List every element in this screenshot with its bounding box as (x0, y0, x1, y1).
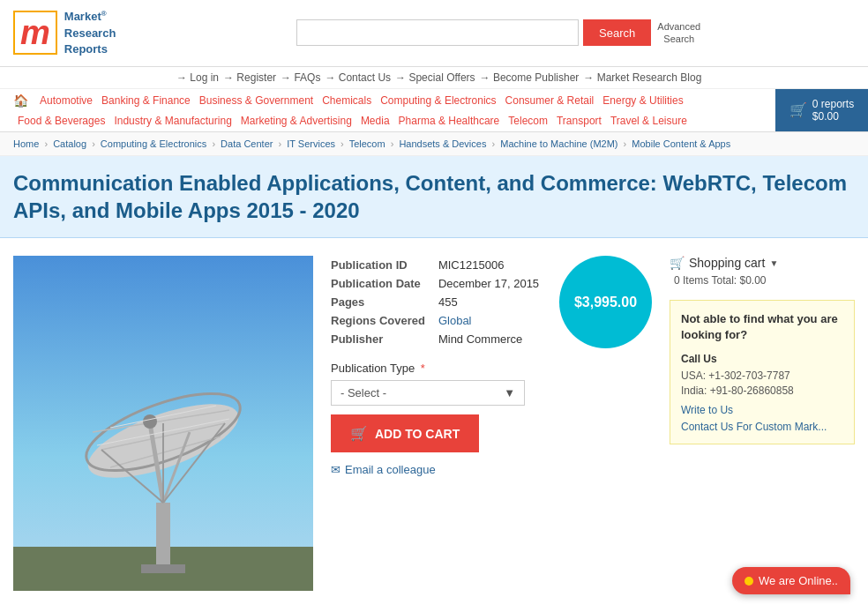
meta-value-publisher: Mind Commerce (438, 330, 539, 348)
nav-link-contact[interactable]: → Contact Us (325, 71, 391, 84)
logo-registered: ® (101, 10, 107, 18)
logo-box: m (13, 11, 57, 55)
required-marker: * (421, 362, 425, 375)
chat-label: We are Online.. (759, 574, 838, 587)
help-title: Not able to find what you are looking fo… (681, 311, 843, 343)
cat-travel[interactable]: Travel & Leisure (606, 115, 692, 127)
cat-media[interactable]: Media (356, 115, 394, 127)
breadcrumb: Home › Catalog › Computing & Electronics… (0, 132, 868, 156)
home-icon[interactable]: 🏠 (13, 93, 28, 108)
product-meta: Publication ID MIC1215006 Publication Da… (331, 256, 546, 348)
cat-pharma[interactable]: Pharma & Healthcare (394, 115, 505, 127)
write-us-link[interactable]: Write to Us (681, 404, 843, 416)
breadcrumb-sep: › (44, 138, 48, 149)
chat-bubble[interactable]: We are Online.. (732, 567, 850, 594)
product-info: Publication ID MIC1215006 Publication Da… (331, 256, 652, 591)
breadcrumb-home[interactable]: Home (13, 138, 39, 149)
meta-row-pages: Pages 455 (331, 293, 539, 311)
cart-dropdown-icon: ▼ (769, 258, 778, 268)
meta-label-id: Publication ID (331, 256, 438, 274)
cat-energy[interactable]: Energy & Utilities (598, 94, 687, 107)
email-colleague-label: Email a colleague (345, 463, 436, 476)
product-image-svg (13, 256, 313, 591)
product-image-wrapper (13, 256, 313, 591)
chevron-down-icon: ▼ (504, 386, 515, 399)
cat-business[interactable]: Business & Government (195, 94, 318, 107)
meta-value-pages: 455 (438, 293, 539, 311)
help-box: Not able to find what you are looking fo… (670, 300, 855, 444)
nav-link-faqs[interactable]: → FAQs (281, 71, 320, 84)
cat-chemicals[interactable]: Chemicals (318, 94, 376, 107)
logo[interactable]: m Market® Research Reports (13, 9, 116, 57)
shopping-cart-section: 🛒 Shopping cart ▼ 0 Items Total: $0.00 (670, 256, 855, 287)
cat-transport[interactable]: Transport (552, 115, 606, 127)
logo-line3: Reports (64, 41, 116, 57)
add-to-cart-button[interactable]: 🛒 ADD TO CART (331, 414, 479, 452)
nav-link-publisher[interactable]: → Become Publisher (480, 71, 580, 84)
contact-custom-link[interactable]: Contact Us For Custom Mark... (681, 421, 843, 433)
pub-type-label: Publication Type * (331, 362, 652, 375)
cart-button[interactable]: 🛒 0 reports $0.00 (775, 89, 868, 131)
search-input[interactable] (296, 19, 579, 46)
meta-row-date: Publication Date December 17, 2015 (331, 274, 539, 293)
meta-label-date: Publication Date (331, 274, 438, 293)
email-icon: ✉ (331, 463, 340, 476)
breadcrumb-it[interactable]: IT Services (287, 138, 335, 149)
cart-header-icon: 🛒 (670, 256, 685, 270)
add-to-cart-label: ADD TO CART (375, 427, 460, 441)
breadcrumb-datacenter[interactable]: Data Center (221, 138, 273, 149)
logo-m-letter: m (20, 16, 50, 49)
cat-banking[interactable]: Banking & Finance (97, 94, 195, 107)
svg-point-11 (143, 414, 157, 429)
cart-info: 0 Items Total: $0.00 (670, 274, 855, 287)
cat-computing[interactable]: Computing & Electronics (376, 94, 500, 107)
publication-type-section: Publication Type * - Select - ▼ (331, 362, 652, 406)
meta-row-publisher: Publisher Mind Commerce (331, 330, 539, 348)
meta-value-date: December 17, 2015 (438, 274, 539, 293)
cart-total: $0.00 (812, 110, 854, 123)
cart-icon: 🛒 (789, 101, 807, 118)
cart-total-label: Total: (711, 274, 737, 287)
main-content: Publication ID MIC1215006 Publication Da… (0, 238, 868, 608)
breadcrumb-current[interactable]: Mobile Content & Apps (632, 138, 730, 149)
meta-value-regions[interactable]: Global (438, 311, 539, 330)
logo-text: Market® Research Reports (64, 9, 116, 57)
price-circle: $3,995.00 (559, 256, 652, 348)
breadcrumb-catalog[interactable]: Catalog (53, 138, 86, 149)
product-image (13, 256, 313, 591)
price-value: $3,995.00 (574, 295, 637, 310)
cat-marketing[interactable]: Marketing & Advertising (236, 115, 356, 127)
email-colleague[interactable]: ✉ Email a colleague (331, 463, 652, 476)
cat-row-2: Food & Beverages Industry & Manufacturin… (0, 112, 775, 131)
shopping-cart-header[interactable]: 🛒 Shopping cart ▼ (670, 256, 855, 270)
select-dropdown[interactable]: - Select - ▼ (331, 380, 525, 406)
cart-title: Shopping cart (689, 256, 765, 270)
nav-link-login[interactable]: → Log in (176, 71, 219, 84)
logo-line1: Market (64, 10, 101, 23)
svg-rect-2 (156, 503, 170, 573)
cat-consumer[interactable]: Consumer & Retail (501, 94, 599, 107)
breadcrumb-m2m[interactable]: Machine to Machine (M2M) (500, 138, 617, 149)
cart-items-count: 0 Items (674, 274, 708, 287)
nav-link-blog[interactable]: → Market Research Blog (583, 71, 701, 84)
svg-rect-3 (141, 564, 185, 573)
breadcrumb-telecom[interactable]: Telecom (349, 138, 385, 149)
meta-row-id: Publication ID MIC1215006 (331, 256, 539, 274)
meta-row-regions: Regions Covered Global (331, 311, 539, 330)
page-title-area: Communication Enabled Applications, Cont… (0, 156, 868, 238)
cat-automotive[interactable]: Automotive (35, 94, 97, 107)
search-button[interactable]: Search (583, 19, 651, 46)
nav-link-register[interactable]: → Register (223, 71, 276, 84)
cat-telecom[interactable]: Telecom (504, 115, 552, 127)
meta-value-id: MIC1215006 (438, 256, 539, 274)
advanced-search-link[interactable]: AdvancedSearch (657, 20, 700, 46)
select-placeholder: - Select - (340, 386, 386, 399)
breadcrumb-computing[interactable]: Computing & Electronics (101, 138, 206, 149)
cat-industry[interactable]: Industry & Manufacturing (109, 115, 236, 127)
header: m Market® Research Reports Search Advanc… (0, 0, 868, 67)
cat-food[interactable]: Food & Beverages (13, 115, 109, 127)
nav-link-offers[interactable]: → Special Offers (395, 71, 475, 84)
usa-phone: USA: +1-302-703-7787 (681, 368, 843, 384)
breadcrumb-handsets[interactable]: Handsets & Devices (399, 138, 486, 149)
call-us-label: Call Us (681, 353, 843, 365)
